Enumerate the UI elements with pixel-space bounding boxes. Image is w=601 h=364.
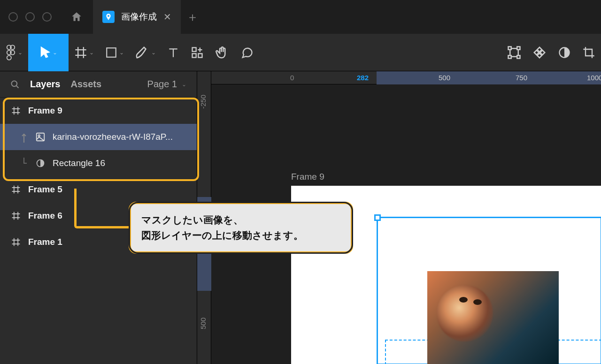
svg-rect-5 xyxy=(107,48,116,57)
tab-close-icon[interactable]: ✕ xyxy=(163,11,171,23)
ruler-tick: -250 xyxy=(199,95,207,109)
layer-label: karina-vorozheeva-rW-I87aP... xyxy=(53,132,173,142)
edit-object-button[interactable] xyxy=(501,34,527,71)
comment-icon xyxy=(240,46,254,59)
main-menu-button[interactable]: ⌄ xyxy=(0,34,28,71)
panel-tabs: Layers Assets Page 1 ⌄ xyxy=(0,71,197,98)
mask-shape-icon xyxy=(35,159,46,168)
mask-button[interactable] xyxy=(552,34,577,71)
ruler-cursor-tick: 282 xyxy=(357,74,369,82)
component-button[interactable] xyxy=(527,34,552,71)
hand-tool-button[interactable] xyxy=(209,34,235,71)
canvas-frame-label[interactable]: Frame 9 xyxy=(291,172,324,182)
page-selector[interactable]: Page 1 ⌄ xyxy=(147,79,186,90)
ruler-tick: 500 xyxy=(199,318,207,329)
annotation-line2: 図形レイヤーの上に移動させます。 xyxy=(141,228,340,243)
tab-active[interactable]: 画像作成 ✕ xyxy=(93,0,181,34)
frame-tool-button[interactable]: ⌄ xyxy=(69,34,100,71)
tab-label: 画像作成 xyxy=(121,11,157,23)
chevron-down-icon: ⌄ xyxy=(182,81,186,88)
selection-handle[interactable] xyxy=(374,214,381,221)
svg-rect-6 xyxy=(193,47,196,51)
layers-tab[interactable]: Layers xyxy=(30,79,61,90)
resources-icon xyxy=(191,46,204,59)
ruler-tick: 500 xyxy=(439,74,450,82)
layer-row-image[interactable]: karina-vorozheeva-rW-I87aP... xyxy=(0,124,197,150)
horizontal-ruler: 0 282 500 750 1000 xyxy=(211,71,601,84)
layer-label: Frame 6 xyxy=(28,211,62,221)
home-button[interactable] xyxy=(60,0,93,34)
assets-tab[interactable]: Assets xyxy=(71,79,102,90)
figma-icon xyxy=(6,45,16,61)
svg-point-15 xyxy=(12,81,17,86)
window-close-icon[interactable] xyxy=(8,12,18,22)
text-tool-button[interactable] xyxy=(162,34,185,71)
layer-label: Frame 5 xyxy=(28,184,62,195)
svg-point-17 xyxy=(38,135,40,136)
frame-icon xyxy=(10,185,22,194)
svg-rect-13 xyxy=(517,55,520,58)
tree-connector-icon xyxy=(20,158,28,169)
frame-icon xyxy=(74,46,87,59)
annotation-connector xyxy=(74,189,131,228)
pen-icon xyxy=(135,46,149,60)
document-icon xyxy=(102,11,115,23)
crop-icon xyxy=(582,46,595,59)
hand-icon xyxy=(215,46,229,60)
window-minimize-icon[interactable] xyxy=(25,12,35,22)
layer-label: Rectangle 16 xyxy=(53,158,105,168)
svg-rect-12 xyxy=(509,55,511,58)
frame-icon xyxy=(10,237,22,247)
image-icon xyxy=(35,132,46,142)
frame-icon xyxy=(10,211,22,220)
crop-button[interactable] xyxy=(577,34,601,71)
window-controls xyxy=(0,12,60,22)
page-label: Page 1 xyxy=(147,79,177,90)
svg-rect-7 xyxy=(193,53,196,57)
comment-tool-button[interactable] xyxy=(235,34,259,71)
ruler-tick: 0 xyxy=(290,74,294,82)
search-icon[interactable] xyxy=(10,80,20,89)
tree-connector-icon xyxy=(20,131,28,143)
ruler-tick: 1000 xyxy=(587,74,601,82)
annotation-line1: マスクしたい画像を、 xyxy=(141,212,340,228)
resources-button[interactable] xyxy=(185,34,209,71)
tab-add-button[interactable]: ＋ xyxy=(181,0,204,34)
ruler-tick: 750 xyxy=(516,74,527,82)
rectangle-icon xyxy=(105,46,117,59)
svg-point-4 xyxy=(7,55,11,60)
titlebar: 画像作成 ✕ ＋ xyxy=(0,0,601,34)
window-maximize-icon[interactable] xyxy=(42,12,52,22)
edit-object-icon xyxy=(507,46,521,60)
canvas-image[interactable] xyxy=(427,271,559,364)
mask-icon xyxy=(558,46,571,59)
component-icon xyxy=(532,46,547,60)
move-tool-button[interactable]: ⌄ xyxy=(28,34,69,71)
shape-tool-button[interactable]: ⌄ xyxy=(100,34,130,71)
frame-icon xyxy=(10,106,22,115)
layer-row-frame9[interactable]: Frame 9 xyxy=(0,98,197,124)
svg-rect-10 xyxy=(509,46,511,49)
toolbar: ⌄ ⌄ ⌄ ⌄ ⌄ xyxy=(0,34,601,71)
svg-rect-8 xyxy=(198,53,202,57)
pen-tool-button[interactable]: ⌄ xyxy=(130,34,162,71)
layer-label: Frame 1 xyxy=(28,237,62,247)
move-cursor-icon xyxy=(39,46,51,59)
svg-rect-11 xyxy=(517,46,520,49)
annotation-callout: マスクしたい画像を、 図形レイヤーの上に移動させます。 xyxy=(129,202,353,254)
text-icon xyxy=(167,46,179,59)
layer-row-rectangle[interactable]: Rectangle 16 xyxy=(0,150,197,176)
layer-label: Frame 9 xyxy=(28,106,62,116)
